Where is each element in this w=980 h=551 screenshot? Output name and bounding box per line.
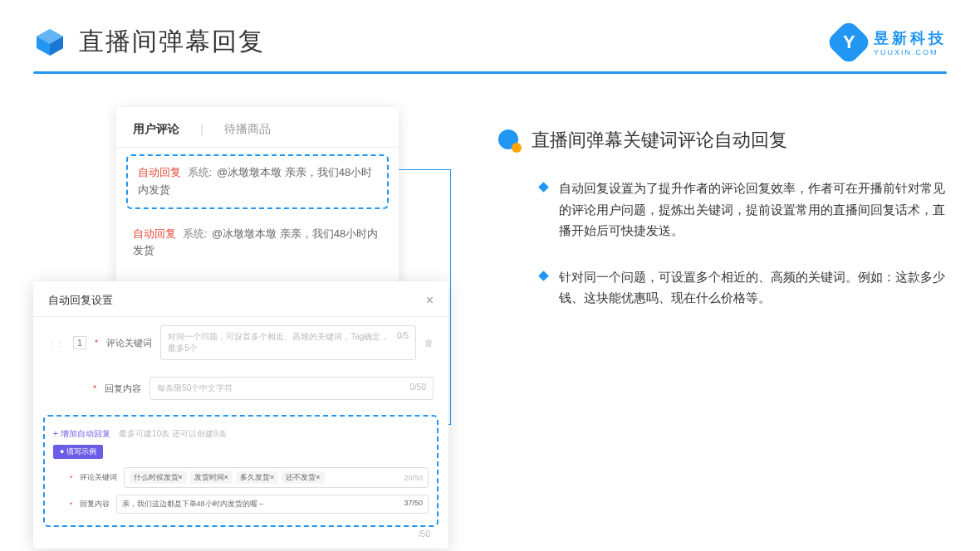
cube-icon (33, 26, 66, 59)
content-input[interactable]: 每条限50个中文字符 0/50 (149, 377, 434, 400)
drag-handle-icon[interactable]: ⋮⋮ (48, 339, 65, 348)
bullet-dot-icon (498, 129, 520, 151)
connector-line (392, 169, 450, 170)
keyword-label: 评论关键词 (106, 337, 152, 349)
delete-icon[interactable]: 🗑 (424, 338, 434, 348)
example-content-input[interactable]: 亲，我们这边都是下单48小时内发货的喔～ 37/50 (116, 495, 429, 514)
close-icon[interactable]: × (426, 293, 434, 308)
comment-item-highlighted: 自动回复 系统: @冰墩墩本墩 亲亲，我们48小时内发货 (126, 154, 389, 209)
example-section: + 增加自动回复 最多可建10条 还可以创建9条 ● 填写示例 * 评论关键词 … (43, 415, 439, 527)
keyword-input[interactable]: 对同一个问题，可设置多个相近、高频的关键词，Tag确定，最多5个 0/5 (160, 325, 416, 360)
diamond-icon (538, 182, 549, 193)
page-title: 直播间弹幕回复 (79, 25, 265, 59)
brand-logo: Y 昱新科技 YUUXIN.COM (832, 26, 947, 59)
content-label: 回复内容 (105, 383, 141, 395)
example-badge: ● 填写示例 (53, 445, 103, 459)
feature-bullet: 针对同一个问题，可设置多个相近的、高频的关键词。例如：这款多少钱、这块能优惠吗、… (498, 266, 947, 309)
logo-name-cn: 昱新科技 (874, 28, 947, 48)
example-keyword-tags[interactable]: 什么时候发货× 发货时间× 多久发货× 还不发货× 20/50 (124, 467, 429, 488)
comment-item: 自动回复 系统: @冰墩墩本墩 亲亲，我们48小时内发货 (116, 216, 399, 271)
add-hint: 最多可建10条 还可以创建9条 (119, 429, 226, 438)
auto-reply-settings-panel: 自动回复设置 × ⋮⋮ 1 * 评论关键词 对同一个问题，可设置多个相近、高频的… (33, 281, 448, 549)
tab-user-comments[interactable]: 用户评论 (133, 122, 179, 137)
row-number: 1 (73, 336, 86, 349)
section-heading: 直播间弹幕关键词评论自动回复 (532, 128, 787, 153)
description-section: 直播间弹幕关键词评论自动回复 自动回复设置为了提升作者的评论回复效率，作者可在开… (498, 107, 947, 391)
auto-reply-tag: 自动回复 (133, 227, 176, 240)
auto-reply-tag: 自动回复 (138, 166, 181, 178)
feature-bullet: 自动回复设置为了提升作者的评论回复效率，作者可在开播前针对常见的评论用户问题，提… (498, 178, 947, 241)
char-counter: /50 (419, 529, 430, 539)
diamond-icon (538, 271, 549, 281)
add-auto-reply-link[interactable]: + 增加自动回复 (53, 429, 110, 438)
logo-mark: Y (826, 18, 873, 66)
tab-products[interactable]: 待播商品 (224, 122, 271, 137)
logo-name-en: YUUXIN.COM (874, 48, 947, 56)
page-header: 直播间弹幕回复 Y 昱新科技 YUUXIN.COM (0, 0, 980, 59)
connector-line (450, 169, 451, 424)
settings-title: 自动回复设置 (48, 293, 113, 308)
